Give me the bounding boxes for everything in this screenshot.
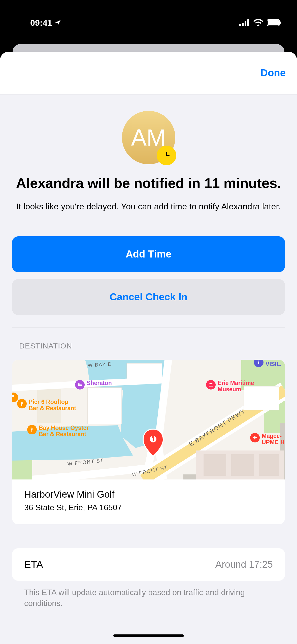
wifi-icon	[253, 19, 263, 26]
map-poi-visit: VISIL.	[254, 361, 282, 367]
map-poi-magee: Magee- UPMC H	[250, 433, 285, 446]
clock-badge	[157, 146, 176, 165]
svg-rect-25	[258, 362, 259, 364]
restaurant-icon	[17, 399, 27, 408]
destination-info: HarborView Mini Golf 36 State St, Erie, …	[12, 479, 285, 524]
cancel-checkin-button[interactable]: Cancel Check In	[12, 279, 285, 315]
map-poi-erie-maritime: Erie Maritime Museum	[206, 380, 254, 393]
map-illustration	[12, 360, 285, 479]
sheet-content: AM Alexandra will be notified in 11 minu…	[0, 94, 297, 609]
museum-icon	[206, 380, 216, 390]
status-indicators	[239, 19, 282, 26]
status-time: 09:41	[30, 18, 52, 28]
status-time-area: 09:41	[30, 18, 61, 28]
svg-rect-16	[231, 454, 254, 476]
location-arrow-icon	[55, 19, 61, 26]
svg-rect-17	[259, 454, 279, 476]
map-poi-label: Erie Maritime Museum	[218, 380, 254, 393]
notification-subtitle: It looks like you're delayed. You can ad…	[12, 201, 285, 212]
destination-name: HarborView Mini Golf	[24, 489, 273, 500]
map-preview: Sheraton Pier 6 Rooftop Bar & Restaurant…	[12, 360, 285, 479]
contact-avatar: AM	[122, 111, 175, 164]
svg-rect-6	[280, 21, 281, 24]
svg-point-23	[78, 383, 80, 385]
eta-card[interactable]: ETA Around 17:25	[12, 548, 285, 581]
svg-rect-5	[268, 20, 279, 25]
map-poi-sheraton: Sheraton	[75, 380, 112, 390]
destination-address: 36 State St, Erie, PA 16507	[24, 503, 273, 512]
done-button[interactable]: Done	[260, 67, 286, 79]
destination-section-label: DESTINATION	[19, 342, 278, 350]
destination-card[interactable]: Sheraton Pier 6 Rooftop Bar & Restaurant…	[12, 360, 285, 524]
map-poi-label: Magee- UPMC H	[262, 433, 285, 446]
status-bar: 09:41	[0, 0, 297, 45]
restaurant-icon	[12, 393, 18, 402]
map-poi-bayhouse: Bay House Oyster Bar & Restaurant	[27, 425, 89, 438]
map-poi-label: Sheraton	[87, 380, 112, 386]
svg-point-21	[152, 436, 154, 438]
hospital-icon	[250, 433, 260, 442]
sheet-header: Done	[0, 52, 297, 94]
avatar-initials: AM	[131, 124, 166, 151]
battery-icon	[267, 19, 282, 26]
add-time-button[interactable]: Add Time	[12, 236, 285, 272]
modal-sheet: Done AM Alexandra will be notified in 11…	[0, 52, 297, 644]
svg-rect-12	[88, 388, 122, 424]
map-poi-pier6: Pier 6 Rooftop Bar & Restaurant	[17, 399, 76, 412]
svg-rect-3	[247, 19, 249, 26]
notification-title: Alexandra will be notified in 11 minutes…	[12, 174, 285, 192]
info-icon	[254, 360, 263, 367]
map-poi-label: Pier 6 Rooftop Bar & Restaurant	[29, 399, 76, 412]
eta-label: ETA	[24, 559, 43, 570]
map-poi-edge	[12, 393, 18, 402]
svg-rect-2	[245, 21, 246, 26]
map-poi-label: VISIL.	[266, 361, 282, 367]
svg-point-24	[258, 361, 259, 362]
svg-rect-15	[204, 454, 226, 476]
cellular-icon	[239, 19, 250, 26]
clock-icon	[162, 151, 171, 160]
home-indicator[interactable]	[113, 634, 184, 637]
eta-note: This ETA will update automatically based…	[12, 581, 285, 609]
restaurant-icon	[27, 425, 37, 434]
svg-rect-22	[78, 384, 82, 386]
road-label: W BAY D	[87, 361, 112, 368]
svg-rect-0	[239, 24, 241, 26]
hotel-icon	[75, 380, 85, 390]
svg-rect-1	[242, 23, 244, 26]
eta-value: Around 17:25	[215, 559, 273, 570]
divider	[12, 328, 285, 328]
avatar-container: AM	[12, 111, 285, 164]
map-poi-label: Bay House Oyster Bar & Restaurant	[39, 425, 89, 438]
